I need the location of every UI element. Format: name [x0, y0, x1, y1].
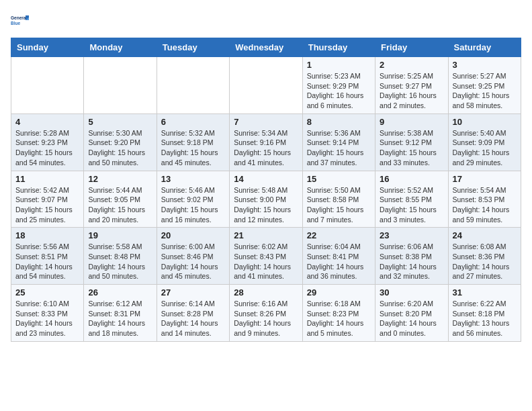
day-number: 6 [161, 117, 225, 127]
calendar-cell: 1Sunrise: 5:23 AMSunset: 9:29 PMDaylight… [302, 57, 375, 114]
calendar-cell: 7Sunrise: 5:34 AMSunset: 9:16 PMDaylight… [230, 113, 302, 171]
day-number: 9 [380, 117, 443, 127]
calendar-cell: 23Sunrise: 6:06 AMSunset: 8:38 PMDayligh… [375, 228, 448, 285]
calendar-row: 1Sunrise: 5:23 AMSunset: 9:29 PMDaylight… [11, 57, 521, 114]
day-info: Sunrise: 5:46 AMSunset: 9:02 PMDaylight:… [161, 185, 225, 225]
day-info: Sunrise: 6:00 AMSunset: 8:46 PMDaylight:… [161, 242, 225, 281]
calendar-row: 18Sunrise: 5:56 AMSunset: 8:51 PMDayligh… [11, 228, 521, 285]
day-info: Sunrise: 5:32 AMSunset: 9:18 PMDaylight:… [161, 128, 225, 168]
calendar-table: SundayMondayTuesdayWednesdayThursdayFrid… [11, 38, 521, 342]
day-info: Sunrise: 5:38 AMSunset: 9:12 PMDaylight:… [380, 128, 443, 168]
calendar-cell: 12Sunrise: 5:44 AMSunset: 9:05 PMDayligh… [84, 171, 157, 228]
header-day-monday: Monday [84, 38, 157, 57]
day-info: Sunrise: 5:54 AMSunset: 8:53 PMDaylight:… [453, 185, 517, 225]
day-number: 15 [307, 174, 371, 184]
day-number: 4 [15, 117, 79, 127]
day-number: 28 [234, 287, 298, 298]
calendar-cell [11, 57, 84, 114]
calendar-cell: 6Sunrise: 5:32 AMSunset: 9:18 PMDaylight… [157, 113, 229, 171]
day-number: 2 [380, 60, 443, 70]
day-info: Sunrise: 5:40 AMSunset: 9:09 PMDaylight:… [453, 128, 517, 168]
svg-text:Blue: Blue [11, 21, 20, 26]
day-info: Sunrise: 5:23 AMSunset: 9:29 PMDaylight:… [307, 71, 371, 111]
day-info: Sunrise: 6:04 AMSunset: 8:41 PMDaylight:… [307, 242, 371, 281]
day-info: Sunrise: 6:12 AMSunset: 8:31 PMDaylight:… [88, 299, 152, 338]
day-info: Sunrise: 5:58 AMSunset: 8:48 PMDaylight:… [88, 242, 152, 281]
calendar-cell: 17Sunrise: 5:54 AMSunset: 8:53 PMDayligh… [448, 171, 521, 228]
day-info: Sunrise: 6:14 AMSunset: 8:28 PMDaylight:… [161, 299, 225, 338]
header-day-tuesday: Tuesday [157, 38, 229, 57]
calendar-cell: 28Sunrise: 6:16 AMSunset: 8:26 PMDayligh… [230, 285, 302, 342]
day-number: 31 [453, 287, 517, 298]
calendar-cell: 20Sunrise: 6:00 AMSunset: 8:46 PMDayligh… [157, 228, 229, 285]
day-info: Sunrise: 5:48 AMSunset: 9:00 PMDaylight:… [234, 185, 298, 225]
calendar-cell: 4Sunrise: 5:28 AMSunset: 9:23 PMDaylight… [11, 113, 84, 171]
day-info: Sunrise: 6:02 AMSunset: 8:43 PMDaylight:… [234, 242, 298, 281]
calendar-cell: 11Sunrise: 5:42 AMSunset: 9:07 PMDayligh… [11, 171, 84, 228]
day-number: 13 [161, 174, 225, 184]
page-header: GeneralBlue [11, 11, 521, 30]
calendar-row: 4Sunrise: 5:28 AMSunset: 9:23 PMDaylight… [11, 113, 521, 171]
day-number: 22 [307, 230, 371, 240]
calendar-cell [230, 57, 302, 114]
day-number: 18 [15, 230, 79, 240]
day-number: 12 [88, 174, 152, 184]
calendar-cell: 14Sunrise: 5:48 AMSunset: 9:00 PMDayligh… [230, 171, 302, 228]
calendar-cell: 24Sunrise: 6:08 AMSunset: 8:36 PMDayligh… [448, 228, 521, 285]
calendar-cell: 13Sunrise: 5:46 AMSunset: 9:02 PMDayligh… [157, 171, 229, 228]
day-number: 11 [15, 174, 79, 184]
calendar-cell: 10Sunrise: 5:40 AMSunset: 9:09 PMDayligh… [448, 113, 521, 171]
day-info: Sunrise: 6:10 AMSunset: 8:33 PMDaylight:… [15, 299, 79, 338]
calendar-cell: 15Sunrise: 5:50 AMSunset: 8:58 PMDayligh… [302, 171, 375, 228]
day-number: 14 [234, 174, 298, 184]
calendar-row: 25Sunrise: 6:10 AMSunset: 8:33 PMDayligh… [11, 285, 521, 342]
day-info: Sunrise: 5:34 AMSunset: 9:16 PMDaylight:… [234, 128, 298, 168]
calendar-cell: 19Sunrise: 5:58 AMSunset: 8:48 PMDayligh… [84, 228, 157, 285]
day-info: Sunrise: 5:25 AMSunset: 9:27 PMDaylight:… [380, 71, 443, 111]
calendar-cell: 5Sunrise: 5:30 AMSunset: 9:20 PMDaylight… [84, 113, 157, 171]
day-number: 23 [380, 230, 443, 240]
calendar-cell [84, 57, 157, 114]
calendar-cell: 3Sunrise: 5:27 AMSunset: 9:25 PMDaylight… [448, 57, 521, 114]
header-day-friday: Friday [375, 38, 448, 57]
calendar-cell: 30Sunrise: 6:20 AMSunset: 8:20 PMDayligh… [375, 285, 448, 342]
day-number: 16 [380, 174, 443, 184]
day-number: 26 [88, 287, 152, 298]
calendar-cell: 26Sunrise: 6:12 AMSunset: 8:31 PMDayligh… [84, 285, 157, 342]
day-number: 5 [88, 117, 152, 127]
day-info: Sunrise: 5:36 AMSunset: 9:14 PMDaylight:… [307, 128, 371, 168]
day-number: 19 [88, 230, 152, 240]
day-info: Sunrise: 6:22 AMSunset: 8:18 PMDaylight:… [453, 299, 517, 338]
day-number: 29 [307, 287, 371, 298]
day-info: Sunrise: 6:20 AMSunset: 8:20 PMDaylight:… [380, 299, 443, 338]
logo: GeneralBlue [11, 11, 31, 30]
day-number: 10 [453, 117, 517, 127]
header-day-thursday: Thursday [302, 38, 375, 57]
day-info: Sunrise: 5:44 AMSunset: 9:05 PMDaylight:… [88, 185, 152, 225]
day-info: Sunrise: 6:08 AMSunset: 8:36 PMDaylight:… [453, 242, 517, 281]
day-info: Sunrise: 5:27 AMSunset: 9:25 PMDaylight:… [453, 71, 517, 111]
day-info: Sunrise: 5:50 AMSunset: 8:58 PMDaylight:… [307, 185, 371, 225]
day-number: 27 [161, 287, 225, 298]
calendar-cell: 21Sunrise: 6:02 AMSunset: 8:43 PMDayligh… [230, 228, 302, 285]
calendar-cell: 16Sunrise: 5:52 AMSunset: 8:55 PMDayligh… [375, 171, 448, 228]
day-info: Sunrise: 6:18 AMSunset: 8:23 PMDaylight:… [307, 299, 371, 338]
header-day-saturday: Saturday [448, 38, 521, 57]
day-number: 3 [453, 60, 517, 70]
calendar-cell: 29Sunrise: 6:18 AMSunset: 8:23 PMDayligh… [302, 285, 375, 342]
day-number: 8 [307, 117, 371, 127]
day-info: Sunrise: 5:30 AMSunset: 9:20 PMDaylight:… [88, 128, 152, 168]
day-number: 20 [161, 230, 225, 240]
calendar-cell: 25Sunrise: 6:10 AMSunset: 8:33 PMDayligh… [11, 285, 84, 342]
calendar-row: 11Sunrise: 5:42 AMSunset: 9:07 PMDayligh… [11, 171, 521, 228]
calendar-cell: 8Sunrise: 5:36 AMSunset: 9:14 PMDaylight… [302, 113, 375, 171]
day-number: 25 [15, 287, 79, 298]
header-row: SundayMondayTuesdayWednesdayThursdayFrid… [11, 38, 521, 57]
day-info: Sunrise: 5:52 AMSunset: 8:55 PMDaylight:… [380, 185, 443, 225]
calendar-cell [157, 57, 229, 114]
day-info: Sunrise: 5:56 AMSunset: 8:51 PMDaylight:… [15, 242, 79, 281]
day-info: Sunrise: 5:42 AMSunset: 9:07 PMDaylight:… [15, 185, 79, 225]
logo-icon: GeneralBlue [11, 11, 30, 30]
calendar-cell: 18Sunrise: 5:56 AMSunset: 8:51 PMDayligh… [11, 228, 84, 285]
day-number: 1 [307, 60, 371, 70]
